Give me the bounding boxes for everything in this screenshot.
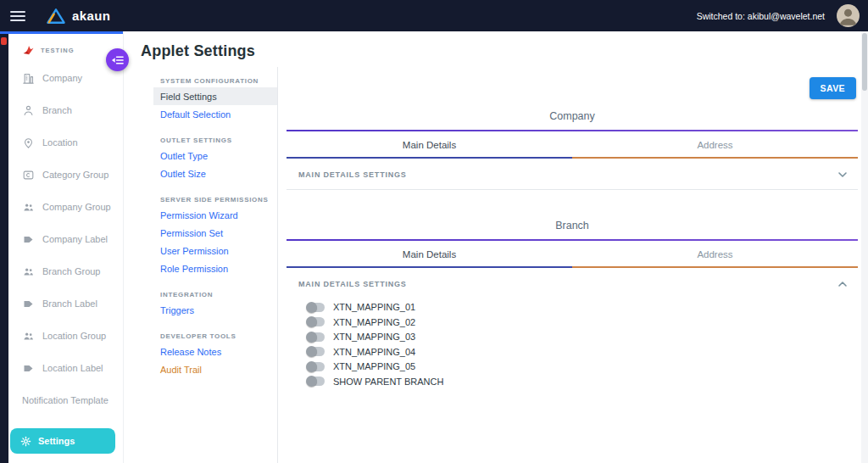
- sidebar-item-label: Branch Label: [42, 298, 97, 309]
- branch-section: Branch Main Details Address MAIN DETAILS…: [287, 210, 858, 395]
- avatar-person-icon: [837, 4, 860, 27]
- sidebar-item-company-label[interactable]: Company Label: [8, 223, 123, 255]
- sidebar-item-category-group[interactable]: Category Group: [8, 159, 123, 191]
- main-area: Applet Settings SYSTEM CONFIGURATION Fie…: [124, 31, 868, 463]
- subnav-item-triggers[interactable]: Triggers: [153, 301, 277, 319]
- xtn-mapping-02-toggle[interactable]: [307, 317, 325, 326]
- company-section-title: Company: [287, 101, 858, 130]
- mini-rail: [0, 31, 8, 463]
- subnav-item-outlet-size[interactable]: Outlet Size: [153, 165, 277, 182]
- toggle-label: XTN_MAPPING_02: [333, 317, 415, 327]
- subnav-item-default-selection[interactable]: Default Selection: [153, 105, 277, 123]
- toggle-label: SHOW PARENT BRANCH: [333, 377, 443, 387]
- sidebar-item-label: Branch Group: [42, 266, 100, 276]
- sidebar-item-label: Notification Template: [22, 395, 108, 405]
- sidebar-item-branch-label[interactable]: Branch Label: [8, 287, 123, 320]
- brand-name: akaun: [72, 8, 110, 23]
- sidebar-item-label: Branch: [42, 105, 72, 115]
- sidebar-item-label: Location Group: [42, 331, 106, 341]
- toggle-label: XTN_MAPPING_04: [333, 347, 415, 357]
- toggle-row-xtn-mapping-04: XTN_MAPPING_04: [307, 347, 858, 358]
- person-icon: [22, 104, 35, 117]
- subnav-heading-system-configuration: SYSTEM CONFIGURATION: [153, 74, 277, 87]
- subnav-item-permission-set[interactable]: Permission Set: [153, 224, 277, 242]
- toggle-row-xtn-mapping-02: XTN_MAPPING_02: [307, 317, 858, 328]
- subnav-item-release-notes[interactable]: Release Notes: [153, 343, 277, 360]
- menu-icon[interactable]: [10, 11, 25, 21]
- sidebar-item-company-group[interactable]: Company Group: [8, 191, 123, 223]
- toggle-row-xtn-mapping-03: XTN_MAPPING_03: [307, 332, 858, 343]
- subnav-item-user-permission[interactable]: User Permission: [153, 242, 277, 259]
- collapse-menu-button[interactable]: [106, 48, 129, 71]
- company-main-details-settings-header[interactable]: MAIN DETAILS SETTINGS: [287, 159, 858, 190]
- panel-heading-label: MAIN DETAILS SETTINGS: [298, 170, 407, 179]
- branch-section-title: Branch: [287, 210, 858, 239]
- map-pin-icon: [22, 137, 35, 149]
- topbar: akaun Switched to: akibul@wavelet.net: [0, 0, 868, 31]
- show-parent-branch-toggle[interactable]: [307, 377, 325, 386]
- toggle-row-show-parent-branch: SHOW PARENT BRANCH: [307, 377, 858, 388]
- switched-account-label: Switched to: akibul@wavelet.net: [697, 11, 825, 21]
- settings-label: Settings: [38, 436, 75, 446]
- subnav-heading-developer-tools: DEVELOPER TOOLS: [153, 329, 277, 343]
- branch-tab-main-details[interactable]: Main Details: [287, 241, 572, 268]
- company-section: Company Main Details Address MAIN DETAIL…: [287, 101, 858, 190]
- sidebar-item-settings[interactable]: Settings: [10, 428, 115, 454]
- company-tabs: Main Details Address: [287, 131, 858, 159]
- subnav-item-outlet-type[interactable]: Outlet Type: [153, 147, 277, 165]
- menu-collapse-icon: [111, 55, 124, 65]
- tag-icon: [22, 362, 35, 375]
- subnav-item-permission-wizard[interactable]: Permission Wizard: [153, 206, 277, 224]
- branch-main-details-settings-header[interactable]: MAIN DETAILS SETTINGS: [287, 268, 858, 298]
- xtn-mapping-03-toggle[interactable]: [307, 332, 325, 342]
- card-icon: [22, 169, 35, 181]
- sidebar-item-label: Company Label: [42, 234, 108, 244]
- people-icon: [22, 201, 35, 214]
- branch-toggle-list: XTN_MAPPING_01 XTN_MAPPING_02 XTN_MAPPIN…: [287, 298, 858, 395]
- xtn-mapping-01-toggle[interactable]: [307, 303, 325, 312]
- toggle-label: XTN_MAPPING_03: [333, 332, 415, 342]
- toggle-label: XTN_MAPPING_05: [333, 361, 415, 371]
- applet-red-icon: [21, 43, 35, 57]
- save-button[interactable]: SAVE: [810, 77, 856, 99]
- toggle-label: XTN_MAPPING_01: [333, 302, 415, 312]
- sidebar-item-label: Location Label: [42, 363, 103, 373]
- avatar[interactable]: [837, 4, 860, 27]
- people-icon: [22, 330, 35, 343]
- applet-label: TESTING: [41, 47, 75, 54]
- tag-icon: [22, 298, 35, 310]
- sidebar-item-location-group[interactable]: Location Group: [8, 320, 123, 352]
- sidebar-item-label: Location: [42, 137, 78, 148]
- xtn-mapping-04-toggle[interactable]: [307, 347, 325, 356]
- sidebar-item-notification-template[interactable]: Notification Template: [8, 384, 123, 416]
- sidebar-item-branch[interactable]: Branch: [8, 94, 123, 126]
- scrollbar-thumb[interactable]: [862, 33, 867, 91]
- sidebar-item-location-label[interactable]: Location Label: [8, 352, 123, 384]
- field-settings-panel: SAVE Company Main Details Address MAIN D…: [278, 67, 868, 463]
- sidebar-item-company[interactable]: Company: [8, 62, 123, 94]
- app-window: akaun Switched to: akibul@wavelet.net TE…: [0, 0, 868, 463]
- company-tab-main-details[interactable]: Main Details: [287, 131, 572, 159]
- page-scrollbar[interactable]: [861, 31, 868, 463]
- sidebar-item-label: Category Group: [42, 170, 108, 180]
- subnav-item-audit-trail[interactable]: Audit Trail: [153, 360, 277, 378]
- applet-mini-icon[interactable]: [1, 37, 7, 45]
- akaun-triangle-icon: [46, 8, 66, 25]
- sidebar-item-label: Company: [42, 73, 82, 83]
- brand-logo[interactable]: akaun: [46, 8, 110, 25]
- chevron-up-icon: [837, 279, 848, 289]
- page-title: Applet Settings: [141, 42, 868, 60]
- subnav-item-field-settings[interactable]: Field Settings: [153, 87, 277, 105]
- chevron-down-icon: [837, 170, 848, 180]
- subnav-heading-server-side-permissions: SERVER SIDE PERMISSIONS: [153, 192, 277, 206]
- xtn-mapping-05-toggle[interactable]: [307, 362, 325, 371]
- building-icon: [22, 72, 35, 85]
- toggle-row-xtn-mapping-05: XTN_MAPPING_05: [307, 361, 858, 372]
- branch-tab-address[interactable]: Address: [572, 241, 858, 268]
- subnav-item-role-permission[interactable]: Role Permission: [153, 259, 277, 277]
- sidebar-item-branch-group[interactable]: Branch Group: [8, 255, 123, 287]
- sidebar: TESTING Company Branch Location Category…: [8, 31, 124, 463]
- sidebar-item-location[interactable]: Location: [8, 126, 123, 159]
- company-tab-address[interactable]: Address: [572, 131, 858, 159]
- subnav-heading-outlet-settings: OUTLET SETTINGS: [153, 133, 277, 147]
